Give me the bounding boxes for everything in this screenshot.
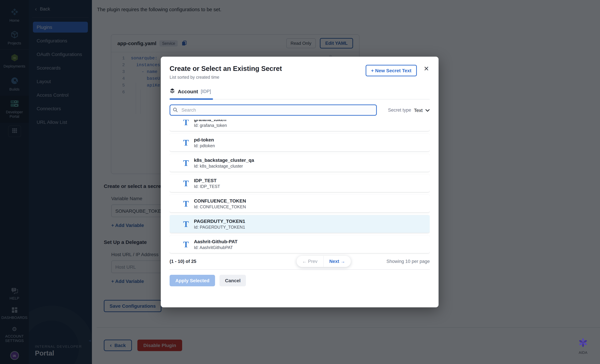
text-secret-icon: T (183, 138, 189, 147)
search-icon (173, 107, 178, 114)
modal-controls: Secret type Text (169, 104, 430, 116)
secret-name: CONFLUENCE_TOKEN (194, 198, 246, 203)
next-page-button[interactable]: Next → (324, 256, 351, 267)
modal-subtitle: List sorted by created time (169, 75, 282, 80)
text-secret-icon: T (183, 120, 189, 126)
search-input[interactable] (169, 104, 377, 116)
secret-id: Id: k8s_backstage_cluster (194, 164, 254, 168)
secret-name: Aashrit-Github-PAT (194, 239, 237, 244)
secret-list-item[interactable]: T pd-token Id: pdtoken (169, 134, 430, 151)
tab-account-idp[interactable]: Account [IDP] (169, 88, 211, 95)
modal-title: Create or Select an Existing Secret (169, 65, 282, 73)
select-secret-modal: Create or Select an Existing Secret List… (161, 57, 439, 307)
active-tab-indicator (169, 98, 213, 100)
secret-type-label: Secret type (388, 108, 411, 113)
text-secret-icon: T (183, 199, 189, 208)
modal-tabs: Account [IDP] (169, 88, 430, 99)
secret-id: Id: PAGERDUTY_TOKEN1 (194, 225, 245, 230)
secret-name: IDP_TEST (194, 177, 220, 183)
search-field (169, 104, 377, 116)
pagination-bar: (1 - 10) of 25 ← Prev Next → Showing 10 … (169, 259, 430, 264)
secret-list-item[interactable]: T Aashrit-Github-PAT Id: AashritGithubPA… (169, 235, 430, 253)
secret-name: grafana_token (194, 120, 227, 122)
secret-list-item[interactable]: T grafana_token Id: grafana_token (169, 120, 430, 131)
text-secret-icon: T (183, 179, 189, 187)
layers-icon (169, 88, 175, 95)
prev-page-button[interactable]: ← Prev (296, 256, 324, 267)
text-secret-icon: T (183, 220, 189, 228)
pagination-pill: ← Prev Next → (296, 256, 351, 267)
prev-label: Prev (308, 259, 318, 264)
secret-id: Id: pdtoken (194, 143, 215, 148)
secret-list[interactable]: T grafana_token Id: grafana_token T pd-t… (169, 120, 430, 254)
secret-list-item[interactable]: T IDP_TEST Id: IDP_TEST (169, 174, 430, 192)
secret-name: pd-token (194, 137, 215, 142)
secret-list-item[interactable]: T k8s_backstage_cluster_qa Id: k8s_backs… (169, 154, 430, 172)
secret-type-dropdown[interactable]: Secret type Text (388, 107, 430, 113)
arrow-right-icon: → (340, 259, 345, 264)
secret-id: Id: AashritGithubPAT (194, 245, 237, 250)
secret-list-item[interactable]: T CONFLUENCE_TOKEN Id: CONFLUENCE_TOKEN (169, 195, 430, 212)
screen: Home Projects ∞ Deployments (0, 0, 600, 364)
secret-type-value: Text (414, 107, 423, 113)
secret-id: Id: CONFLUENCE_TOKEN (194, 204, 246, 209)
chevron-down-icon (425, 107, 430, 113)
page-range-text: (1 - 10) of 25 (169, 259, 196, 264)
tab-label: Account (178, 88, 198, 94)
per-page-text: Showing 10 per page (386, 259, 430, 264)
aida-label: AIDA (575, 350, 591, 355)
cancel-button[interactable]: Cancel (220, 275, 246, 286)
new-secret-text-button[interactable]: + New Secret Text (366, 65, 417, 76)
secret-list-item[interactable]: T PAGERDUTY_TOKEN1 Id: PAGERDUTY_TOKEN1 (169, 215, 430, 233)
secret-name: PAGERDUTY_TOKEN1 (194, 218, 245, 224)
text-secret-icon: T (183, 240, 189, 249)
modal-header: Create or Select an Existing Secret List… (161, 57, 439, 80)
close-icon[interactable]: ✕ (423, 65, 430, 73)
secret-id: Id: grafana_token (194, 123, 227, 128)
secret-name: k8s_backstage_cluster_qa (194, 157, 254, 163)
tab-scope: [IDP] (201, 89, 211, 94)
arrow-left-icon: ← (302, 259, 307, 264)
aida-launcher[interactable]: AIDA (575, 337, 591, 355)
apply-selected-button[interactable]: Apply Selected (169, 275, 215, 286)
aida-flower-icon (578, 343, 588, 349)
text-secret-icon: T (183, 159, 189, 167)
secret-id: Id: IDP_TEST (194, 184, 220, 189)
next-label: Next (329, 259, 339, 264)
modal-footer: Apply Selected Cancel (169, 269, 430, 286)
